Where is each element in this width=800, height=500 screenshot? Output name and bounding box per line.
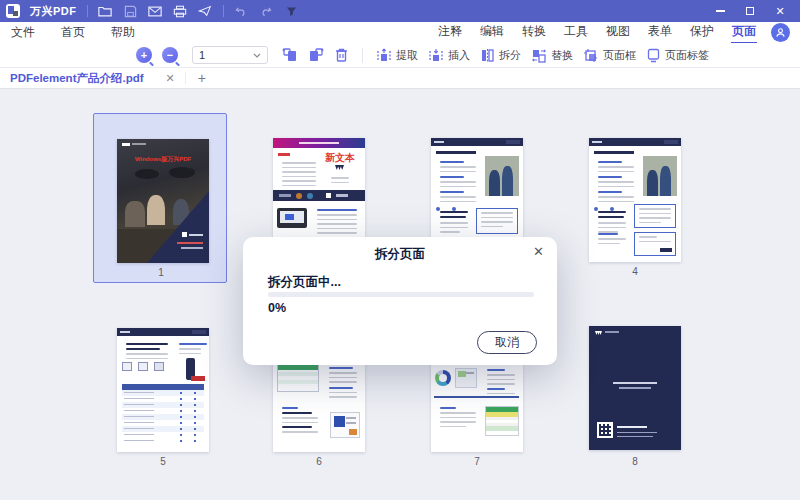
maximize-button[interactable] [744, 5, 756, 17]
insert-label: 插入 [448, 48, 470, 63]
page-box-icon [583, 48, 599, 63]
save-icon[interactable] [123, 4, 138, 19]
title-bar: 万兴PDF ✕ [0, 0, 800, 22]
rotate-right-button[interactable] [308, 47, 324, 63]
replace-pages-button[interactable]: 替换 [531, 48, 573, 63]
thumbnail-selection: Windows版万兴PDF 1 [93, 113, 227, 283]
page-number-value: 1 [199, 49, 205, 61]
dialog-title: 拆分页面 [243, 246, 557, 263]
page-number-label: 5 [117, 456, 209, 467]
page-box-label: 页面框 [603, 48, 636, 63]
page-thumbnail-1[interactable]: Windows版万兴PDF [117, 139, 209, 263]
replace-label: 替换 [551, 48, 573, 63]
page-toolbar: + − 1 提取 插入 拆分 替换 [0, 43, 800, 68]
split-pages-dialog: 拆分页面 ✕ 拆分页面中... 0% 取消 [243, 237, 557, 365]
menu-item-edit[interactable]: 编辑 [479, 21, 505, 44]
pdfelement-window: 万兴PDF ✕ [0, 0, 800, 500]
page-number-label: 1 [115, 267, 207, 278]
page-thumbnail-5[interactable] [117, 328, 209, 452]
page-number-select[interactable]: 1 [192, 46, 268, 64]
menu-left-group: 文件 首页 帮助 [10, 22, 136, 43]
redo-icon[interactable] [259, 4, 274, 19]
menu-item-tools[interactable]: 工具 [563, 21, 589, 44]
split-label: 拆分 [499, 48, 521, 63]
divider [223, 5, 224, 17]
app-name: 万兴PDF [30, 4, 77, 19]
page-number-label: 4 [589, 266, 681, 277]
menu-right-group: 注释 编辑 转换 工具 视图 表单 保护 页面 [437, 21, 757, 44]
window-controls: ✕ [714, 5, 794, 17]
tab-bar: PDFelement产品介绍.pdf ✕ + [0, 68, 800, 89]
close-window-button[interactable]: ✕ [774, 5, 786, 17]
delete-page-button[interactable] [334, 47, 349, 63]
page-labels-button[interactable]: 页面标签 [646, 48, 709, 63]
email-icon[interactable] [148, 4, 163, 19]
menu-item-protect[interactable]: 保护 [689, 21, 715, 44]
menu-item-home[interactable]: 首页 [60, 22, 86, 43]
thumbnail-grid: Windows版万兴PDF 1 [0, 89, 800, 500]
menu-item-form[interactable]: 表单 [647, 21, 673, 44]
progress-bar [268, 292, 534, 297]
page-label-label: 页面标签 [665, 48, 709, 63]
new-tab-button[interactable]: + [185, 72, 218, 84]
print-icon[interactable] [173, 4, 188, 19]
page-number-label: 8 [589, 456, 681, 467]
undo-icon[interactable] [234, 4, 249, 19]
menu-item-convert[interactable]: 转换 [521, 21, 547, 44]
split-icon [480, 48, 495, 63]
insert-icon [428, 48, 444, 63]
insert-pages-button[interactable]: 插入 [428, 48, 470, 63]
open-folder-icon[interactable] [98, 4, 113, 19]
divider [87, 5, 88, 17]
replace-icon [531, 48, 547, 63]
chevron-down-icon [253, 53, 261, 58]
share-icon[interactable] [198, 4, 213, 19]
extract-icon [376, 48, 392, 63]
minimize-button[interactable] [714, 5, 726, 17]
menu-item-file[interactable]: 文件 [10, 22, 36, 43]
menu-item-comment[interactable]: 注释 [437, 21, 463, 44]
progress-percent: 0% [268, 301, 286, 315]
rotate-left-button[interactable] [282, 47, 298, 63]
extract-label: 提取 [396, 48, 418, 63]
page-thumbnail-4[interactable] [589, 138, 681, 262]
menu-bar: 文件 首页 帮助 注释 编辑 转换 工具 视图 表单 保护 页面 [0, 22, 800, 43]
tab-close-icon[interactable]: ✕ [166, 72, 175, 85]
tab-title: PDFelement产品介绍.pdf [10, 71, 144, 86]
cancel-button[interactable]: 取消 [477, 331, 537, 354]
app-logo-icon [6, 4, 20, 18]
zoom-out-button[interactable]: − [162, 47, 178, 63]
dialog-close-icon[interactable]: ✕ [533, 244, 544, 259]
menu-item-page[interactable]: 页面 [731, 21, 757, 44]
new-text-overlay: 新文本 [325, 151, 355, 165]
divider [362, 48, 363, 63]
document-tab[interactable]: PDFelement产品介绍.pdf ✕ [0, 68, 185, 88]
menu-item-view[interactable]: 视图 [605, 21, 631, 44]
page-label-icon [646, 48, 661, 63]
menu-item-help[interactable]: 帮助 [110, 22, 136, 43]
page-thumbnail-8[interactable] [589, 326, 681, 450]
account-avatar[interactable] [771, 23, 790, 42]
cover-title: Windows版万兴PDF [117, 155, 209, 164]
extract-pages-button[interactable]: 提取 [376, 48, 418, 63]
page-boxes-button[interactable]: 页面框 [583, 48, 636, 63]
page-number-label: 6 [273, 456, 365, 467]
split-pages-button[interactable]: 拆分 [480, 48, 521, 63]
zoom-in-button[interactable]: + [136, 47, 152, 63]
filter-dropdown-icon[interactable] [284, 4, 299, 19]
dialog-status-text: 拆分页面中... [268, 274, 341, 291]
page-number-label: 7 [431, 456, 523, 467]
